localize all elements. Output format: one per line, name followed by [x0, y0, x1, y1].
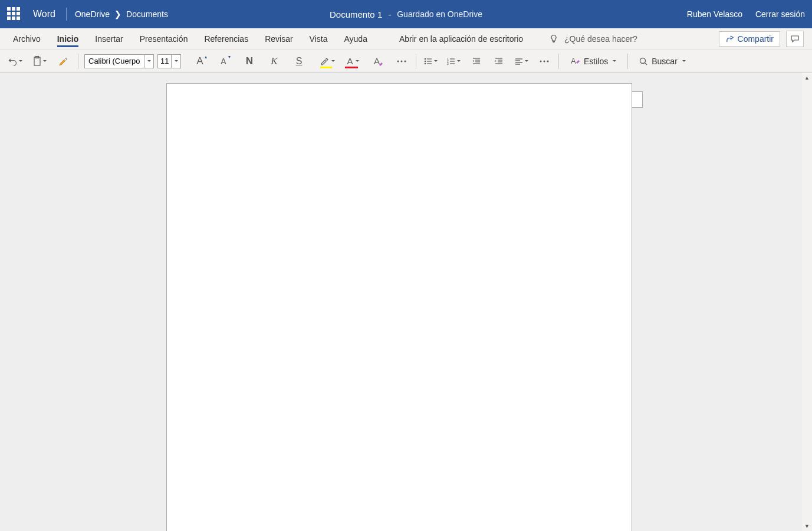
- clipboard-icon: [32, 56, 42, 67]
- increase-indent-button[interactable]: [491, 53, 507, 70]
- svg-point-4: [405, 60, 406, 62]
- svg-point-33: [640, 58, 646, 63]
- chevron-right-icon: ❯: [114, 9, 121, 19]
- tab-view[interactable]: Vista: [301, 28, 336, 50]
- numbering-button[interactable]: 123: [445, 53, 462, 70]
- divider: [66, 8, 67, 21]
- more-font-button[interactable]: [393, 53, 410, 70]
- tab-insert[interactable]: Insertar: [87, 28, 131, 50]
- svg-point-2: [397, 60, 399, 62]
- search-icon: [639, 57, 648, 66]
- separator: [558, 54, 559, 69]
- breadcrumb-item[interactable]: Documents: [126, 9, 168, 19]
- svg-point-31: [547, 60, 549, 62]
- app-launcher-button[interactable]: [7, 7, 21, 21]
- breadcrumb[interactable]: OneDrive ❯ Documents: [75, 9, 168, 19]
- underline-button[interactable]: S: [291, 53, 307, 70]
- find-button[interactable]: Buscar: [634, 53, 691, 70]
- scroll-down-button[interactable]: ▼: [802, 521, 812, 531]
- svg-line-34: [645, 62, 647, 65]
- numbering-icon: 123: [446, 57, 456, 66]
- document-canvas[interactable]: ▲ ▼: [0, 72, 812, 531]
- format-painter-button[interactable]: [55, 53, 72, 70]
- svg-text:A: A: [571, 57, 576, 65]
- ellipsis-icon: [396, 60, 407, 63]
- paste-button[interactable]: [31, 53, 48, 70]
- tab-help[interactable]: Ayuda: [336, 28, 375, 50]
- sign-out-link[interactable]: Cerrar sesión: [755, 9, 805, 19]
- vertical-scrollbar[interactable]: ▲ ▼: [802, 72, 812, 531]
- shrink-font-button[interactable]: A▾: [215, 53, 232, 70]
- more-paragraph-button[interactable]: [536, 53, 553, 70]
- styles-button[interactable]: A Estilos: [565, 53, 622, 70]
- font-name-select[interactable]: [84, 54, 154, 68]
- font-name-input[interactable]: [85, 57, 144, 65]
- tab-home[interactable]: Inicio: [49, 28, 87, 50]
- svg-point-29: [540, 60, 542, 62]
- font-size-select[interactable]: [157, 54, 181, 68]
- document-title[interactable]: Documento 1: [330, 9, 382, 19]
- comment-icon: [790, 34, 800, 44]
- document-page[interactable]: [166, 83, 632, 531]
- breadcrumb-item[interactable]: OneDrive: [75, 9, 110, 19]
- undo-icon: [8, 57, 18, 66]
- bold-button[interactable]: N: [241, 53, 258, 70]
- find-label: Buscar: [652, 57, 678, 66]
- scroll-track[interactable]: [802, 83, 812, 521]
- chevron-down-icon: [42, 59, 47, 64]
- indent-icon: [494, 57, 504, 66]
- font-color-button[interactable]: A: [343, 53, 364, 70]
- outdent-icon: [472, 57, 481, 66]
- chevron-down-icon[interactable]: [144, 55, 153, 68]
- title-separator: -: [388, 9, 391, 19]
- eraser-icon: [378, 61, 384, 67]
- chevron-down-icon: [682, 59, 686, 64]
- user-name[interactable]: Ruben Velasco: [687, 9, 742, 19]
- highlight-button[interactable]: [317, 53, 338, 70]
- svg-point-30: [544, 60, 545, 62]
- tab-references[interactable]: Referencias: [196, 28, 257, 50]
- svg-text:3: 3: [447, 62, 449, 65]
- tab-file[interactable]: Archivo: [5, 28, 49, 50]
- svg-point-5: [425, 58, 426, 60]
- lightbulb-icon: [549, 34, 558, 44]
- share-label: Compartir: [738, 34, 774, 44]
- share-icon: [725, 35, 734, 44]
- tell-me-search[interactable]: ¿Qué desea hacer?: [549, 28, 637, 50]
- tab-layout[interactable]: Presentación: [132, 28, 196, 50]
- svg-point-9: [425, 62, 426, 64]
- comments-button[interactable]: [786, 31, 804, 47]
- chevron-down-icon[interactable]: [171, 55, 180, 68]
- scroll-up-button[interactable]: ▲: [802, 72, 812, 83]
- chevron-down-icon: [456, 59, 461, 64]
- svg-point-3: [401, 60, 403, 62]
- brush-icon: [58, 56, 69, 67]
- chevron-down-icon: [433, 59, 438, 64]
- app-name[interactable]: Word: [33, 9, 55, 19]
- decrease-indent-button[interactable]: [468, 53, 485, 70]
- styles-icon: A: [570, 56, 580, 67]
- separator: [627, 54, 628, 69]
- chevron-down-icon: [612, 59, 617, 64]
- chevron-down-icon: [355, 59, 360, 64]
- chevron-down-icon: [331, 59, 336, 64]
- chevron-down-icon: [18, 59, 23, 64]
- side-tab[interactable]: [632, 91, 643, 108]
- tab-review[interactable]: Revisar: [257, 28, 301, 50]
- bullets-icon: [423, 57, 433, 66]
- ellipsis-icon: [539, 60, 550, 63]
- italic-button[interactable]: K: [266, 53, 282, 70]
- grow-font-button[interactable]: A▴: [192, 53, 208, 70]
- highlighter-icon: [320, 57, 329, 66]
- open-desktop-link[interactable]: Abrir en la aplicación de escritorio: [391, 28, 531, 50]
- bullets-button[interactable]: [422, 53, 439, 70]
- font-size-input[interactable]: [158, 57, 171, 65]
- undo-button[interactable]: [7, 53, 24, 70]
- share-button[interactable]: Compartir: [719, 31, 780, 47]
- styles-label: Estilos: [584, 57, 608, 66]
- align-left-icon: [514, 57, 524, 66]
- align-button[interactable]: [513, 53, 530, 70]
- clear-formatting-button[interactable]: A: [369, 53, 385, 70]
- caret-up-icon: ▴: [205, 54, 207, 60]
- tell-me-label: ¿Qué desea hacer?: [564, 34, 637, 44]
